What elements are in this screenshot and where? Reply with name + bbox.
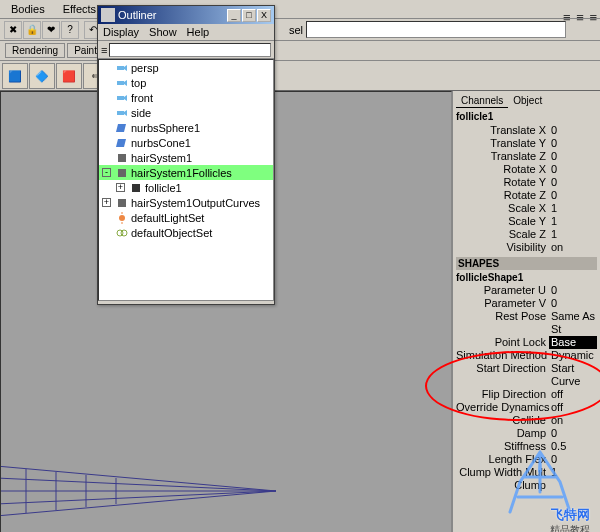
tab-object[interactable]: Object (508, 94, 547, 108)
attr-rest-pose[interactable]: Rest PoseSame As St (456, 310, 597, 336)
attr-value[interactable]: 0 (549, 427, 597, 440)
outliner-item-persp[interactable]: persp (99, 60, 273, 75)
attr-value[interactable]: Dynamic (549, 349, 597, 362)
main-menu-bar: Bodies Effects Solvers Help (0, 0, 600, 19)
expand-icon[interactable]: - (102, 168, 111, 177)
outliner-item-follicle1[interactable]: +follicle1 (99, 180, 273, 195)
node-name[interactable]: follicle1 (456, 111, 597, 122)
shelf-icon[interactable]: 🔷 (29, 63, 55, 89)
shelf-tab-rendering[interactable]: Rendering (5, 43, 65, 58)
menu-bodies[interactable]: Bodies (8, 2, 48, 16)
status-toolbar: ✖ 🔒 ❤ ? ↶ ⊕ ⊘ ∴ ∵ ▦ 🎬 ▭ ▦ sel ≡ ≡ ≡ (0, 19, 600, 41)
attr-rotate-x[interactable]: Rotate X0 (456, 163, 597, 176)
outliner-item-hairSystem1OutputCurves[interactable]: +hairSystem1OutputCurves (99, 195, 273, 210)
attr-value[interactable]: off (549, 401, 597, 414)
attr-clump[interactable]: Clump (456, 479, 597, 492)
shelf-icon[interactable]: 🟦 (2, 63, 28, 89)
outliner-item-top[interactable]: top (99, 75, 273, 90)
attr-value[interactable]: 0.5 (549, 440, 597, 453)
attr-parameter-v[interactable]: Parameter V0 (456, 297, 597, 310)
outliner-item-defaultObjectSet[interactable]: defaultObjectSet (99, 225, 273, 240)
menu-display[interactable]: Display (103, 26, 139, 38)
attr-value[interactable]: 0 (549, 284, 597, 297)
outliner-item-hairSystem1[interactable]: hairSystem1 (99, 150, 273, 165)
cam-icon (115, 61, 129, 75)
outliner-item-nurbsCone1[interactable]: nurbsCone1 (99, 135, 273, 150)
attr-translate-x[interactable]: Translate X0 (456, 124, 597, 137)
outliner-menu: Display Show Help (98, 24, 274, 41)
item-label: front (131, 92, 153, 104)
attr-rotate-y[interactable]: Rotate Y0 (456, 176, 597, 189)
shape-name[interactable]: follicleShape1 (456, 272, 597, 283)
attr-translate-z[interactable]: Translate Z0 (456, 150, 597, 163)
attr-stiffness[interactable]: Stiffness0.5 (456, 440, 597, 453)
filter-input[interactable] (109, 43, 271, 57)
item-label: defaultLightSet (131, 212, 204, 224)
tool-btn[interactable]: ? (61, 21, 79, 39)
outliner-titlebar[interactable]: Outliner _ □ X (98, 6, 274, 24)
tool-btn[interactable]: ❤ (42, 21, 60, 39)
attr-scale-x[interactable]: Scale X1 (456, 202, 597, 215)
attr-damp[interactable]: Damp0 (456, 427, 597, 440)
attr-collide[interactable]: Collideon (456, 414, 597, 427)
attr-value[interactable]: 0 (549, 163, 597, 176)
expand-icon[interactable]: + (116, 183, 125, 192)
attr-override-dynamics[interactable]: Override Dynamicsoff (456, 401, 597, 414)
attr-value[interactable]: 0 (549, 124, 597, 137)
svg-rect-13 (118, 199, 126, 207)
attr-value[interactable]: 1 (549, 202, 597, 215)
menu-effects[interactable]: Effects (60, 2, 99, 16)
attr-value[interactable]: 0 (549, 176, 597, 189)
attr-value[interactable] (549, 479, 597, 492)
attr-value[interactable]: Same As St (549, 310, 597, 336)
outliner-item-side[interactable]: side (99, 105, 273, 120)
attr-rotate-z[interactable]: Rotate Z0 (456, 189, 597, 202)
shelf-icon[interactable]: 🟥 (56, 63, 82, 89)
selection-input[interactable] (306, 21, 566, 38)
attr-simulation-method[interactable]: Simulation MethodDynamic (456, 349, 597, 362)
attr-value[interactable]: on (549, 241, 597, 254)
outliner-item-hairSystem1Follicles[interactable]: -hairSystem1Follicles (99, 165, 273, 180)
attr-parameter-u[interactable]: Parameter U0 (456, 284, 597, 297)
maximize-button[interactable]: □ (242, 9, 256, 22)
attr-translate-y[interactable]: Translate Y0 (456, 137, 597, 150)
attr-value[interactable]: on (549, 414, 597, 427)
close-button[interactable]: X (257, 9, 271, 22)
attr-value[interactable]: 1 (549, 228, 597, 241)
expand-icon[interactable]: + (102, 198, 111, 207)
attr-scale-y[interactable]: Scale Y1 (456, 215, 597, 228)
outliner-item-nurbsSphere1[interactable]: nurbsSphere1 (99, 120, 273, 135)
tool-btn[interactable]: ✖ (4, 21, 22, 39)
menu-show[interactable]: Show (149, 26, 177, 38)
menu-help[interactable]: Help (187, 26, 210, 38)
outliner-item-front[interactable]: front (99, 90, 273, 105)
attr-value[interactable]: 1 (549, 215, 597, 228)
outliner-item-defaultLightSet[interactable]: defaultLightSet (99, 210, 273, 225)
attr-clump-width-mult[interactable]: Clump Width Mult1 (456, 466, 597, 479)
attr-value[interactable]: off (549, 388, 597, 401)
attr-value[interactable]: 1 (549, 466, 597, 479)
attr-scale-z[interactable]: Scale Z1 (456, 228, 597, 241)
attr-point-lock[interactable]: Point LockBase (456, 336, 597, 349)
attr-value[interactable]: Base (549, 336, 597, 349)
attr-label: Rotate Y (456, 176, 549, 189)
attr-value[interactable]: 0 (549, 297, 597, 310)
attr-start-direction[interactable]: Start DirectionStart Curve (456, 362, 597, 388)
attr-label: Collide (456, 414, 549, 427)
attr-value[interactable]: 0 (549, 189, 597, 202)
attr-visibility[interactable]: Visibilityon (456, 241, 597, 254)
attr-value[interactable]: 0 (549, 150, 597, 163)
attr-value[interactable]: 0 (549, 137, 597, 150)
attr-flip-direction[interactable]: Flip Directionoff (456, 388, 597, 401)
minimize-button[interactable]: _ (227, 9, 241, 22)
attr-length-flex[interactable]: Length Flex0 (456, 453, 597, 466)
item-label: top (131, 77, 146, 89)
filter-icon[interactable]: ≡ (101, 44, 107, 56)
attr-value[interactable]: 0 (549, 453, 597, 466)
tab-channels[interactable]: Channels (456, 94, 508, 108)
tool-btn[interactable]: 🔒 (23, 21, 41, 39)
attr-label: Translate Z (456, 150, 549, 163)
panel-toggle-icons[interactable]: ≡ ≡ ≡ (563, 10, 598, 25)
nurbs-icon (115, 136, 129, 150)
attr-value[interactable]: Start Curve (549, 362, 597, 388)
